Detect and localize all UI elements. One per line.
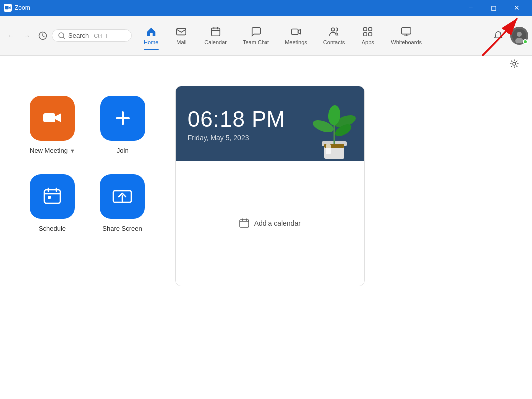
- minimize-button[interactable]: −: [459, 0, 482, 16]
- svg-rect-11: [364, 27, 367, 30]
- title-bar-controls: − ◻ ✕: [459, 0, 528, 16]
- apps-icon: [362, 26, 373, 37]
- title-bar-left: Zoom: [4, 4, 30, 12]
- settings-overlay: [506, 56, 522, 72]
- calendar-body: Add a calendar: [176, 161, 364, 286]
- share-screen-text: Share Screen: [102, 225, 142, 232]
- nav-item-apps[interactable]: Apps: [353, 22, 383, 49]
- settings-button[interactable]: [506, 56, 522, 72]
- join-item[interactable]: Join: [100, 96, 145, 154]
- search-box[interactable]: Search Ctrl+F: [52, 29, 132, 42]
- action-row-bottom: Schedule Share Screen: [30, 174, 145, 232]
- join-text: Join: [117, 147, 129, 154]
- contacts-icon: [329, 26, 340, 37]
- nav-forward-button[interactable]: →: [20, 29, 34, 43]
- search-label: Search: [68, 32, 89, 39]
- new-meeting-item[interactable]: New Meeting ▼: [30, 96, 75, 154]
- plant-decoration: [309, 96, 359, 161]
- svg-line-3: [63, 37, 65, 39]
- new-meeting-dropdown-arrow: ▼: [70, 148, 75, 154]
- nav-label-team-chat: Team Chat: [243, 39, 269, 45]
- nav-item-whiteboards[interactable]: Whiteboards: [383, 22, 430, 49]
- nav-item-mail[interactable]: Mail: [166, 22, 196, 49]
- nav-item-home[interactable]: Home: [136, 22, 166, 49]
- close-button[interactable]: ✕: [505, 0, 528, 16]
- title-bar: Zoom − ◻ ✕: [0, 0, 532, 16]
- nav-label-meetings: Meetings: [285, 39, 307, 45]
- schedule-button[interactable]: [30, 174, 75, 219]
- nav-bar: ← → Search Ctrl+F Home: [0, 16, 532, 56]
- nav-item-meetings[interactable]: Meetings: [277, 22, 315, 49]
- mail-icon: [176, 26, 187, 37]
- nav-label-apps: Apps: [362, 39, 374, 45]
- svg-rect-15: [402, 27, 411, 34]
- team-chat-icon: [251, 26, 262, 37]
- schedule-label: Schedule: [39, 225, 66, 232]
- svg-rect-28: [48, 196, 51, 199]
- nav-item-team-chat[interactable]: Team Chat: [235, 22, 277, 49]
- share-screen-label: Share Screen: [102, 225, 142, 232]
- nav-label-contacts: Contacts: [323, 39, 345, 45]
- notifications-button[interactable]: [490, 28, 506, 44]
- time-banner: 06:18 PM Friday, May 5, 2023: [176, 86, 364, 161]
- home-icon: [146, 26, 157, 37]
- svg-rect-5: [211, 28, 220, 36]
- avatar-container[interactable]: [510, 27, 528, 45]
- nav-left: ← → Search Ctrl+F: [4, 29, 132, 43]
- online-status-indicator: [523, 39, 528, 44]
- svg-rect-14: [369, 32, 372, 35]
- svg-point-45: [513, 62, 516, 65]
- nav-item-contacts[interactable]: Contacts: [315, 22, 353, 49]
- bell-icon: [493, 31, 503, 41]
- nav-back-button[interactable]: ←: [4, 29, 18, 43]
- gear-icon: [509, 59, 519, 69]
- share-screen-icon: [111, 186, 133, 207]
- nav-label-calendar: Calendar: [204, 39, 227, 45]
- calendar-widget: 06:18 PM Friday, May 5, 2023: [175, 86, 365, 286]
- share-screen-button[interactable]: [100, 174, 145, 219]
- nav-label-whiteboards: Whiteboards: [391, 39, 422, 45]
- action-panel: New Meeting ▼ Join: [30, 76, 145, 232]
- join-label: Join: [117, 147, 129, 154]
- app-title: Zoom: [15, 4, 30, 11]
- svg-rect-24: [44, 190, 60, 203]
- meetings-icon: [291, 26, 302, 37]
- nav-right: [490, 27, 528, 45]
- new-meeting-text: New Meeting: [30, 147, 68, 154]
- calendar-icon: [210, 26, 221, 37]
- search-shortcut: Ctrl+F: [94, 33, 109, 39]
- join-button[interactable]: [100, 96, 145, 141]
- zoom-logo-icon: [4, 4, 12, 12]
- nav-history-button[interactable]: [36, 29, 50, 43]
- plus-icon: [112, 107, 134, 129]
- whiteboards-icon: [401, 26, 412, 37]
- svg-point-19: [517, 32, 522, 37]
- schedule-item[interactable]: Schedule: [30, 174, 75, 232]
- video-camera-icon: [41, 107, 63, 129]
- svg-point-10: [331, 28, 334, 31]
- svg-rect-13: [364, 32, 367, 35]
- nav-items: Home Mail Calendar Team Chat: [136, 22, 490, 49]
- new-meeting-label: New Meeting ▼: [30, 147, 75, 154]
- restore-button[interactable]: ◻: [482, 0, 505, 16]
- main-content: New Meeting ▼ Join: [0, 56, 532, 399]
- add-calendar-label: Add a calendar: [254, 219, 301, 227]
- action-row-top: New Meeting ▼ Join: [30, 96, 145, 154]
- add-calendar-button[interactable]: Add a calendar: [239, 218, 301, 228]
- calendar-schedule-icon: [41, 186, 63, 207]
- svg-rect-21: [43, 113, 55, 122]
- search-icon: [58, 32, 65, 39]
- nav-item-calendar[interactable]: Calendar: [196, 22, 235, 49]
- svg-rect-9: [291, 29, 298, 34]
- share-screen-item[interactable]: Share Screen: [100, 174, 145, 232]
- nav-label-home: Home: [144, 39, 158, 45]
- schedule-text: Schedule: [39, 225, 66, 232]
- svg-rect-40: [240, 220, 249, 227]
- svg-rect-39: [326, 144, 331, 154]
- nav-label-mail: Mail: [176, 39, 186, 45]
- new-meeting-button[interactable]: [30, 96, 75, 141]
- svg-rect-12: [369, 27, 372, 30]
- add-calendar-icon: [239, 218, 249, 228]
